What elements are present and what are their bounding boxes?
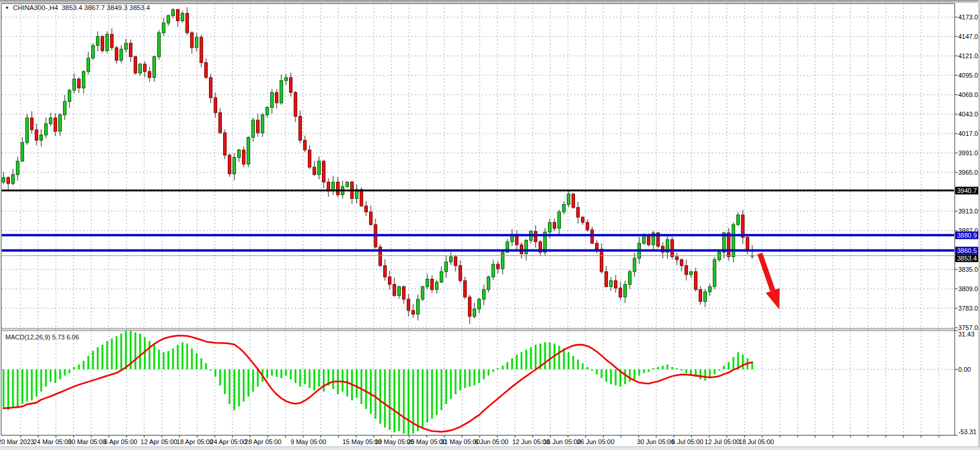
candle-up (421, 286, 424, 299)
symbol-dropdown-icon[interactable]: ▼ (5, 5, 9, 11)
candle-up (59, 115, 62, 131)
candle-down (242, 150, 245, 164)
time-axis-label: 9 May 05:00 (291, 438, 327, 445)
candle-up (167, 15, 170, 23)
window-top-edge (0, 0, 980, 3)
macd-histogram-bar (154, 345, 155, 369)
macd-histogram-bar (714, 369, 716, 374)
macd-histogram-bar (309, 369, 311, 388)
macd-histogram-bar (464, 369, 466, 388)
candle-down (614, 281, 617, 288)
price-axis-label: 4121.0 (958, 52, 978, 59)
macd-histogram-bar (187, 344, 188, 369)
candle-up (629, 272, 632, 285)
macd-histogram-bar (516, 355, 518, 369)
macd-histogram-bar (511, 358, 513, 369)
time-axis-label: 30 Jun 05:00 (637, 438, 675, 445)
macd-histogram-bar (384, 369, 386, 428)
candle-down (393, 284, 396, 295)
candle-down (497, 264, 500, 269)
macd-histogram-bar (78, 365, 80, 369)
candle-down (275, 92, 278, 103)
macd-histogram-bar (573, 356, 574, 369)
candle-up (417, 299, 420, 314)
candle-down (605, 272, 608, 286)
candle-down (695, 272, 697, 289)
time-axis-label: 30 Mar 05:00 (68, 438, 107, 445)
candle-up (285, 78, 288, 81)
candle-down (577, 208, 580, 218)
candle-down (290, 78, 293, 92)
macd-histogram-bar (8, 369, 9, 410)
candle-up (501, 252, 504, 269)
price-tag-3880.9[interactable]: 3880.9 (955, 231, 979, 239)
candle-down (742, 215, 745, 237)
macd-histogram-bar (526, 349, 527, 369)
macd-histogram-bar (196, 354, 198, 369)
candle-up (732, 225, 735, 257)
candle-down (384, 266, 387, 277)
price-axis-label: 3783.0 (958, 305, 978, 312)
price-tag-3853.4[interactable]: 3853.4 (955, 255, 979, 262)
candle-up (478, 299, 481, 309)
macd-histogram-bar (31, 369, 33, 401)
macd-histogram-bar (474, 369, 476, 385)
candle-down (407, 299, 410, 311)
candle-up (16, 161, 19, 175)
candle-up (125, 43, 128, 49)
candle-down (205, 62, 208, 77)
macd-histogram-bar (408, 369, 410, 435)
candle-up (12, 175, 15, 184)
macd-histogram-bar (36, 369, 38, 396)
candle-down (337, 182, 340, 195)
candle-up (624, 284, 627, 297)
candle-down (294, 92, 297, 116)
macd-histogram-bar (460, 369, 461, 391)
price-tag-3940.7[interactable]: 3940.7 (955, 186, 979, 194)
macd-histogram-bar (248, 369, 250, 396)
macd-scale-zero: 0.00 (958, 366, 971, 373)
macd-histogram-bar (563, 348, 565, 369)
macd-histogram-bar (69, 369, 71, 373)
macd-histogram-bar (191, 348, 193, 369)
macd-histogram-bar (544, 342, 546, 369)
chart-canvas[interactable] (0, 0, 980, 450)
candle-down (619, 288, 622, 297)
macd-histogram-bar (577, 359, 579, 369)
price-axis-label: 4043.0 (958, 111, 978, 118)
macd-histogram-bar (653, 368, 655, 369)
price-axis-label: 3809.0 (958, 285, 978, 292)
price-axis-label: 3913.0 (958, 208, 978, 215)
candle-down (78, 79, 81, 88)
price-tag-3860.5[interactable]: 3860.5 (955, 246, 979, 254)
macd-histogram-bar (431, 369, 433, 419)
candle-down (596, 244, 599, 249)
macd-histogram-bar (634, 369, 636, 379)
macd-scale-min: -53.31 (958, 428, 976, 435)
trend-arrow-head[interactable] (766, 288, 780, 309)
macd-histogram-bar (168, 351, 170, 370)
macd-histogram-bar (92, 351, 94, 370)
candle-up (2, 178, 5, 182)
candle-down (115, 48, 118, 61)
trend-arrow-shaft[interactable] (760, 254, 773, 291)
candle-down (129, 43, 132, 56)
macd-histogram-bar (417, 369, 419, 431)
price-axis-label: 4173.0 (958, 14, 978, 21)
candle-up (87, 58, 90, 72)
macd-histogram-bar (314, 369, 315, 391)
candle-up (68, 90, 71, 101)
candle-down (299, 116, 302, 141)
macd-histogram-bar (144, 337, 146, 369)
time-axis-label: 26 Jun 05:00 (577, 438, 614, 445)
macd-histogram-bar (728, 362, 730, 369)
candle-up (271, 92, 274, 107)
candle-down (370, 212, 373, 225)
macd-histogram-bar (403, 369, 405, 434)
candle-up (172, 9, 175, 15)
price-axis-label: 4147.0 (958, 33, 978, 40)
macd-histogram-bar (111, 339, 113, 370)
macd-histogram-bar (342, 369, 344, 392)
macd-histogram-bar (446, 369, 447, 404)
candle-down (572, 194, 575, 208)
